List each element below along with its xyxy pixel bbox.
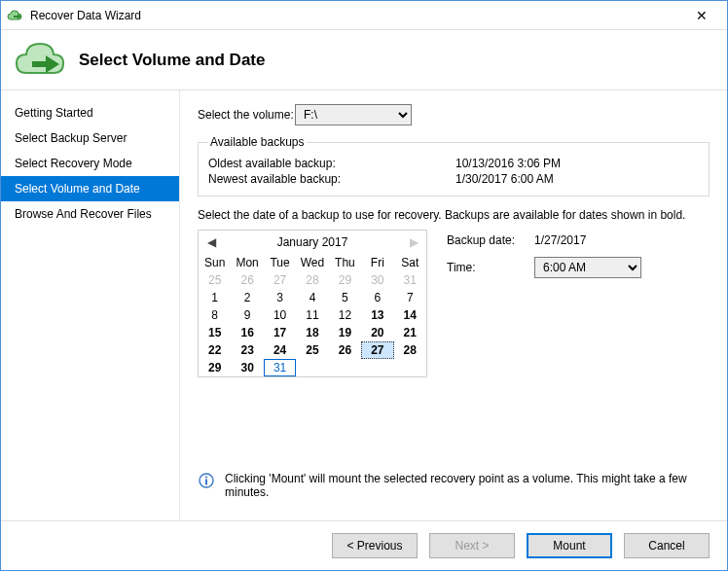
- calendar-day: 27: [264, 271, 296, 289]
- page-title: Select Volume and Date: [79, 51, 265, 70]
- calendar-day[interactable]: 5: [329, 289, 361, 306]
- step-select-backup-server[interactable]: Select Backup Server: [1, 125, 179, 151]
- calendar-day[interactable]: 9: [231, 306, 263, 324]
- calendar-day[interactable]: 15: [199, 324, 231, 341]
- calendar-day: 31: [394, 271, 426, 289]
- calendar-day[interactable]: 27: [361, 341, 393, 359]
- oldest-backup-label: Oldest available backup:: [208, 157, 455, 170]
- calendar-day: 25: [199, 271, 231, 289]
- newest-backup-label: Newest available backup:: [208, 172, 455, 186]
- calendar-day[interactable]: 25: [296, 341, 328, 359]
- cloud-recover-icon: [15, 40, 65, 81]
- close-button[interactable]: ✕: [682, 2, 721, 29]
- backup-date-label: Backup date:: [447, 233, 534, 247]
- calendar-dow: Sat: [394, 254, 426, 271]
- calendar-day[interactable]: 17: [264, 324, 296, 341]
- calendar-dow: Mon: [231, 254, 263, 271]
- calendar-day: 30: [361, 271, 393, 289]
- calendar-dow: Wed: [296, 254, 328, 271]
- calendar-day[interactable]: 3: [264, 289, 296, 306]
- volume-select[interactable]: F:\: [295, 104, 412, 125]
- calendar-dow: Thu: [329, 254, 361, 271]
- calendar-day[interactable]: 13: [361, 306, 393, 324]
- calendar-dow: Fri: [361, 254, 393, 271]
- svg-rect-2: [205, 480, 207, 485]
- step-select-volume-and-date[interactable]: Select Volume and Date: [1, 176, 179, 201]
- calendar-day[interactable]: 23: [231, 341, 263, 359]
- select-volume-label: Select the volume:: [198, 108, 295, 122]
- calendar-day[interactable]: 2: [231, 289, 263, 306]
- step-browse-and-recover-files[interactable]: Browse And Recover Files: [1, 201, 179, 227]
- calendar-day: 28: [296, 271, 328, 289]
- titlebar: Recover Data Wizard ✕: [1, 1, 727, 30]
- calendar-day[interactable]: 24: [264, 341, 296, 359]
- app-cloud-icon: [7, 7, 24, 24]
- calendar-day[interactable]: 12: [329, 306, 361, 324]
- calendar-day[interactable]: 1: [199, 289, 231, 306]
- calendar-dow: Sun: [199, 254, 231, 271]
- newest-backup-value: 1/30/2017 6:00 AM: [455, 172, 554, 186]
- backup-date-value: 1/27/2017: [534, 233, 586, 247]
- calendar-day[interactable]: 19: [329, 324, 361, 341]
- main-panel: Select the volume: F:\ Available backups…: [180, 90, 727, 520]
- calendar-grid: SunMonTueWedThuFriSat2526272829303112345…: [199, 254, 426, 376]
- instruction-text: Select the date of a backup to use for r…: [198, 208, 710, 222]
- step-select-recovery-mode[interactable]: Select Recovery Mode: [1, 151, 179, 176]
- wizard-body: Getting Started Select Backup Server Sel…: [1, 90, 727, 520]
- calendar-day[interactable]: 26: [329, 341, 361, 359]
- calendar-day[interactable]: 20: [361, 324, 393, 341]
- calendar-prev-month-button[interactable]: ◀: [200, 231, 222, 254]
- available-backups-legend: Available backups: [208, 135, 307, 149]
- calendar-day[interactable]: 21: [394, 324, 426, 341]
- wizard-header: Select Volume and Date: [1, 30, 727, 90]
- calendar-day: 29: [329, 271, 361, 289]
- calendar-day[interactable]: 22: [199, 341, 231, 359]
- calendar-day[interactable]: 4: [296, 289, 328, 306]
- oldest-backup-value: 10/13/2016 3:06 PM: [455, 157, 561, 170]
- step-getting-started[interactable]: Getting Started: [1, 100, 179, 125]
- calendar-day[interactable]: 8: [199, 306, 231, 324]
- calendar-day[interactable]: 6: [361, 289, 393, 306]
- calendar-day[interactable]: 14: [394, 306, 426, 324]
- wizard-footer: < Previous Next > Mount Cancel: [1, 520, 727, 570]
- calendar-day[interactable]: 10: [264, 306, 296, 324]
- info-icon: [198, 472, 215, 489]
- calendar-day[interactable]: 18: [296, 324, 328, 341]
- svg-point-1: [205, 476, 207, 478]
- next-button: Next >: [429, 533, 515, 558]
- cancel-button[interactable]: Cancel: [624, 533, 710, 558]
- time-label: Time:: [447, 261, 534, 274]
- calendar-day[interactable]: 11: [296, 306, 328, 324]
- mount-button[interactable]: Mount: [527, 533, 612, 558]
- calendar-day[interactable]: 31: [264, 359, 296, 376]
- calendar-day: 26: [231, 271, 263, 289]
- calendar-day[interactable]: 16: [231, 324, 263, 341]
- mount-info-note: Clicking 'Mount' will mount the selected…: [198, 466, 710, 511]
- wizard-window: Recover Data Wizard ✕ Select Volume and …: [0, 0, 728, 571]
- window-title: Recover Data Wizard: [30, 9, 682, 22]
- calendar-month-label: January 2017: [277, 235, 348, 249]
- calendar-day[interactable]: 29: [199, 359, 231, 376]
- calendar-dow: Tue: [264, 254, 296, 271]
- time-select[interactable]: 6:00 AM: [534, 257, 641, 278]
- mount-info-text: Clicking 'Mount' will mount the selected…: [225, 472, 710, 499]
- calendar-day[interactable]: 30: [231, 359, 263, 376]
- calendar-day[interactable]: 7: [394, 289, 426, 306]
- previous-button[interactable]: < Previous: [332, 533, 418, 558]
- calendar-next-month-button[interactable]: ▶: [403, 231, 424, 254]
- available-backups-group: Available backups Oldest available backu…: [198, 135, 710, 196]
- wizard-steps-sidebar: Getting Started Select Backup Server Sel…: [1, 90, 180, 520]
- calendar-day[interactable]: 28: [394, 341, 426, 359]
- backup-calendar: ◀ January 2017 ▶ SunMonTueWedThuFriSat25…: [198, 230, 427, 377]
